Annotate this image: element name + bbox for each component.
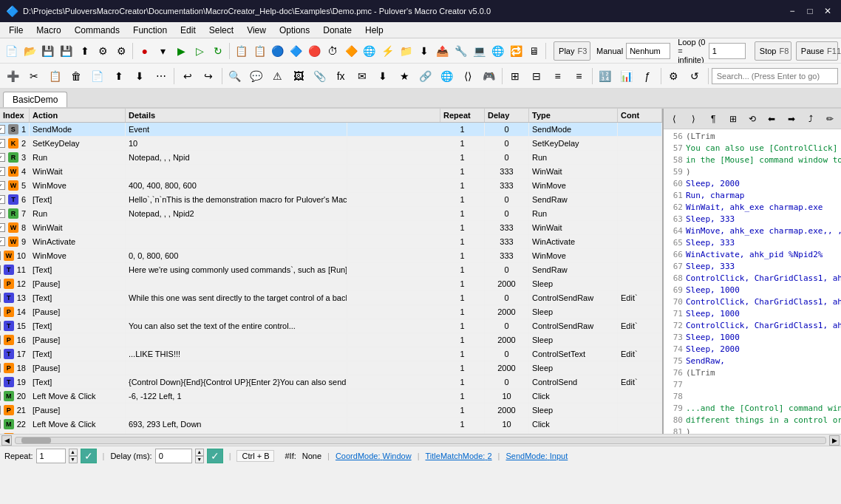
play-step-button[interactable]: ▷ (191, 41, 208, 61)
row-checkbox[interactable] (0, 125, 5, 134)
repeat-down[interactable]: ▼ (69, 456, 78, 463)
rp-btn9[interactable]: ✏ (821, 109, 840, 129)
row-checkbox[interactable] (0, 223, 5, 232)
row-checkbox[interactable] (0, 420, 1, 429)
rp-btn4[interactable]: ⊞ (723, 109, 742, 129)
row-checkbox[interactable] (0, 336, 1, 344)
rp-btn1[interactable]: ⟨ (665, 109, 684, 129)
title-match-link[interactable]: TitleMatchMode: 2 (426, 452, 492, 460)
tb-icon-n[interactable]: 💻 (471, 41, 488, 61)
tb2-warn[interactable]: ⚠ (268, 67, 287, 86)
row-checkbox[interactable] (0, 195, 5, 204)
tb2-msg[interactable]: 💬 (246, 67, 266, 86)
tb-icon-h[interactable]: 🌐 (361, 41, 378, 61)
table-row[interactable]: M 20 Left Move & Click -6, -122 Left, 1 … (0, 389, 662, 403)
table-row[interactable]: W 8 WinWait 1 333 WinWait (0, 221, 662, 235)
tb2-dl[interactable]: ⬇ (373, 67, 393, 86)
tb2-expand[interactable]: ⊞ (505, 67, 525, 86)
row-checkbox[interactable] (0, 153, 5, 162)
repeat-ok-btn[interactable]: ✓ (81, 449, 97, 463)
record-button[interactable]: ● (136, 41, 153, 61)
table-row[interactable]: P 14 [Pause] 1 2000 Sleep (0, 305, 662, 319)
table-row[interactable]: R 7 Run Notepad, , , Npid2 1 0 Run (0, 207, 662, 221)
repeat-up[interactable]: ▲ (69, 449, 78, 456)
saveas-button[interactable]: 💾 (58, 41, 75, 61)
row-checkbox[interactable] (0, 237, 5, 246)
table-row[interactable]: S 1 SendMode Event 1 0 SendMode (0, 123, 662, 137)
table-row[interactable]: P 21 [Pause] 1 2000 Sleep (0, 403, 662, 418)
tb-icon-p[interactable]: 🔁 (508, 41, 525, 61)
table-row[interactable]: W 5 WinMove 400, 400, 800, 600 1 333 Win… (0, 179, 662, 193)
open-button[interactable]: 📂 (21, 41, 38, 61)
tb-icon-d[interactable]: 🔷 (287, 41, 304, 61)
menu-view[interactable]: View (241, 24, 272, 37)
rp-btn2[interactable]: ⟩ (684, 109, 703, 129)
tb2-down[interactable]: ⬇ (130, 67, 150, 86)
tb-icon-l[interactable]: 📤 (435, 41, 452, 61)
scroll-left-btn[interactable]: ◀ (1, 435, 12, 446)
tb2-star[interactable]: ★ (395, 67, 415, 86)
table-row[interactable]: P 23 [Pause] 1 300 Sleep (0, 432, 662, 434)
tb-icon-f[interactable]: ⏱ (324, 41, 341, 61)
table-row[interactable]: P 16 [Pause] 1 2000 Sleep (0, 333, 662, 347)
coord-mode-link[interactable]: CoordMode: Window (336, 452, 412, 460)
tb2-align2[interactable]: ≡ (569, 67, 589, 86)
close-button[interactable]: ✕ (820, 4, 835, 18)
tb2-mail[interactable]: ✉ (352, 67, 372, 86)
table-row[interactable]: W 10 WinMove 0, 0, 800, 600 1 333 WinMov… (0, 249, 662, 263)
row-checkbox[interactable] (0, 167, 5, 176)
play-button[interactable]: ▶ (173, 41, 190, 61)
tb2-delete[interactable]: 🗑 (67, 67, 86, 86)
rp-btn5[interactable]: ⟲ (743, 109, 761, 129)
record-drop[interactable]: ▾ (154, 41, 171, 61)
row-checkbox[interactable] (0, 265, 1, 274)
menu-donate[interactable]: Donate (317, 24, 358, 37)
pause-button[interactable]: Pause F11 (796, 41, 838, 61)
tb2-game[interactable]: 🎮 (479, 67, 499, 86)
delay-up[interactable]: ▲ (195, 449, 204, 456)
row-checkbox[interactable] (0, 321, 1, 330)
tb-icon-i[interactable]: ⚡ (379, 41, 396, 61)
tb-icon-b[interactable]: 📋 (251, 41, 268, 61)
table-row[interactable]: P 12 [Pause] 1 2000 Sleep (0, 277, 662, 291)
tb2-clip[interactable]: 📎 (310, 67, 330, 86)
table-row[interactable]: T 15 [Text] You can also set the text of… (0, 319, 662, 333)
config-button[interactable]: ⚙ (113, 41, 130, 61)
table-row[interactable]: P 18 [Pause] 1 2000 Sleep (0, 361, 662, 375)
table-row[interactable]: T 6 [Text] Hello`,`n`nThis is the demons… (0, 193, 662, 207)
search-input[interactable] (712, 68, 838, 84)
row-checkbox[interactable] (0, 279, 1, 288)
maximize-button[interactable]: □ (803, 4, 817, 18)
tb-icon-c[interactable]: 🔵 (270, 41, 287, 61)
tb2-img[interactable]: 🖼 (288, 67, 308, 86)
row-checkbox[interactable] (0, 406, 1, 415)
row-checkbox[interactable] (0, 350, 1, 358)
tb2-cut[interactable]: ✂ (24, 67, 44, 86)
rp-btn6[interactable]: ⬅ (763, 109, 781, 129)
tab-basicdemo[interactable]: BasicDemo (3, 92, 67, 107)
table-row[interactable]: T 19 [Text] {Control Down}{End}{Control … (0, 375, 662, 389)
rp-btn3[interactable]: ¶ (704, 109, 723, 129)
table-row[interactable]: K 2 SetKeyDelay 10 1 0 SetKeyDelay (0, 137, 662, 151)
stop-button[interactable]: Stop F8 (755, 41, 791, 61)
scrollbar-thumb[interactable] (21, 437, 51, 443)
table-row[interactable]: R 3 Run Notepad, , , Npid 1 0 Run (0, 151, 662, 165)
table-row[interactable]: W 4 WinWait 1 333 WinWait (0, 165, 662, 179)
tb2-align[interactable]: ≡ (548, 67, 568, 86)
menu-edit[interactable]: Edit (174, 24, 202, 37)
tb2-clone[interactable]: 📄 (88, 67, 108, 86)
row-checkbox[interactable] (0, 139, 5, 148)
row-checkbox[interactable] (0, 209, 5, 218)
tb-icon-a[interactable]: 📋 (233, 41, 250, 61)
row-checkbox[interactable] (0, 378, 1, 386)
tb-icon-e[interactable]: 🔴 (306, 41, 323, 61)
menu-function[interactable]: Function (127, 24, 173, 37)
rp-btn7[interactable]: ➡ (782, 109, 800, 129)
tb2-more[interactable]: ⋯ (151, 67, 171, 86)
menu-file[interactable]: File (3, 24, 29, 37)
row-checkbox[interactable] (0, 181, 5, 190)
settings-button[interactable]: ⚙ (95, 41, 112, 61)
scroll-right-btn[interactable]: ▶ (829, 435, 840, 446)
table-row[interactable]: M 22 Left Move & Click 693, 293 Left, Do… (0, 418, 662, 432)
table-row[interactable]: T 17 [Text] ...LIKE THIS!!! 1 0 ControlS… (0, 347, 662, 361)
